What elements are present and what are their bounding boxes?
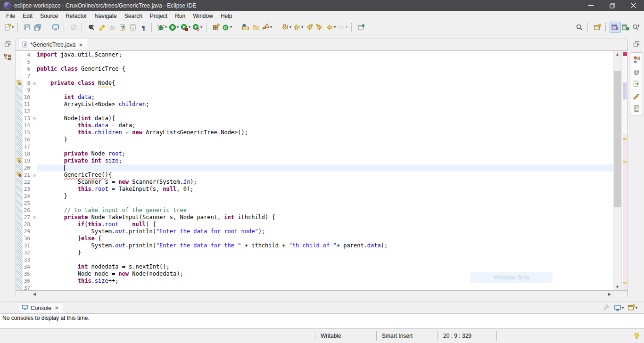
code-text[interactable]: int nodedata = s.nextInt(); <box>37 263 613 270</box>
last-edit-location-button[interactable] <box>304 22 314 33</box>
open-resource-button[interactable] <box>251 22 261 33</box>
vertical-scrollbar[interactable]: ▲ ▼ <box>613 51 621 290</box>
menu-window[interactable]: Window <box>189 12 217 20</box>
dropdown-arrow-icon[interactable]: ▾ <box>270 25 272 29</box>
code-text[interactable] <box>37 256 613 263</box>
menu-search[interactable]: Search <box>121 12 146 20</box>
open-perspective-button[interactable] <box>592 22 603 33</box>
java-browsing-perspective-button[interactable]: J <box>631 22 641 33</box>
warning-overview-mark[interactable] <box>623 138 627 140</box>
code-text[interactable]: } <box>37 136 613 143</box>
menu-source[interactable]: Source <box>36 12 62 20</box>
dropdown-arrow-icon[interactable]: ▾ <box>189 25 190 29</box>
close-button[interactable] <box>623 0 644 11</box>
mark-occurrences-button[interactable] <box>97 22 107 33</box>
dropdown-arrow-icon[interactable]: ▾ <box>636 306 637 310</box>
search-button[interactable] <box>574 22 585 33</box>
dropdown-arrow-icon[interactable]: ▾ <box>622 306 624 310</box>
warning-quickfix-icon[interactable] <box>16 80 23 87</box>
menu-project[interactable]: Project <box>146 12 171 20</box>
open-console-button[interactable] <box>50 22 61 33</box>
coverage-view-button[interactable] <box>631 91 642 101</box>
code-text[interactable]: int data; <box>37 94 613 101</box>
previous-annotation-button[interactable]: ▾ <box>292 22 304 33</box>
code-text[interactable]: this.children = new ArrayList<GenericTre… <box>37 129 613 136</box>
close-console-icon[interactable]: ✕ <box>54 305 59 311</box>
dropdown-arrow-icon[interactable]: ▾ <box>177 25 179 29</box>
java-perspective-button[interactable]: J <box>610 22 620 33</box>
code-text[interactable]: public class GenericTree { <box>37 65 613 73</box>
code-text[interactable] <box>37 200 613 207</box>
save-button[interactable] <box>22 22 33 33</box>
coverage-button[interactable]: ▾ <box>180 22 191 33</box>
search-dialog-button[interactable]: ▾ <box>261 22 273 33</box>
code-text[interactable] <box>37 143 613 150</box>
external-tools-button[interactable] <box>107 22 117 33</box>
task-list-button[interactable] <box>631 55 642 64</box>
new-java-project-button[interactable] <box>211 22 221 33</box>
new-class-button[interactable]: C▾ <box>221 22 233 33</box>
profile-button[interactable]: ▾ <box>191 22 203 33</box>
tab-console[interactable]: Console ✕ <box>18 302 63 313</box>
horizontal-scrollbar[interactable]: ◀ ▶ <box>16 291 628 297</box>
save-all-button[interactable] <box>33 22 43 33</box>
error-overview-mark[interactable] <box>623 52 627 56</box>
code-text[interactable] <box>37 285 613 291</box>
restore-right-panel-button[interactable] <box>631 39 642 49</box>
collapse-icon[interactable] <box>32 214 37 221</box>
error-quickfix-icon[interactable] <box>16 172 23 179</box>
menu-help[interactable]: Help <box>217 12 236 20</box>
notification-bulb-icon[interactable] <box>633 332 640 340</box>
code-text[interactable] <box>37 108 613 115</box>
dropdown-arrow-icon[interactable]: ▾ <box>289 25 291 29</box>
package-explorer-button[interactable] <box>2 52 13 62</box>
outline-button[interactable] <box>631 104 642 113</box>
code-text[interactable]: private class Node{ <box>37 80 613 87</box>
minimize-button[interactable] <box>580 0 602 11</box>
open-search-button[interactable] <box>86 22 97 33</box>
collapse-icon[interactable] <box>32 172 37 179</box>
show-whitespace-button[interactable]: ¶ <box>138 22 149 33</box>
warning-overview-mark[interactable] <box>623 282 627 284</box>
code-text[interactable]: private int size; <box>37 157 613 164</box>
restore-left-panel-button[interactable] <box>2 39 13 49</box>
code-text[interactable]: this.data = data; <box>37 122 613 129</box>
code-text[interactable]: if(this.root == null) { <box>37 221 613 228</box>
collapse-icon[interactable] <box>32 115 37 122</box>
vertical-scrollbar-thumb[interactable] <box>614 71 621 207</box>
dropdown-arrow-icon[interactable]: ▾ <box>346 25 347 29</box>
next-annotation-button[interactable]: ▾ <box>281 22 292 33</box>
skip-breakpoints-button[interactable] <box>68 22 79 33</box>
code-text[interactable] <box>37 73 613 80</box>
code-text[interactable]: GenericTree(){ <box>37 172 613 179</box>
code-text[interactable]: } <box>37 249 613 256</box>
debug-perspective-button[interactable] <box>620 22 631 33</box>
dropdown-arrow-icon[interactable]: ▾ <box>230 25 232 29</box>
menu-refactor[interactable]: Refactor <box>62 12 91 20</box>
code-text[interactable]: System.out.println("Enter the data for t… <box>37 242 613 249</box>
debug-button[interactable]: ▾ <box>156 22 168 33</box>
code-text[interactable]: } <box>37 193 613 200</box>
run-button[interactable]: ▾ <box>168 22 180 33</box>
code-text[interactable]: Scanner s = new Scanner(System.in); <box>37 179 613 186</box>
scroll-left-icon[interactable]: ◀ <box>31 292 38 296</box>
back-button[interactable]: ▾ <box>325 22 337 33</box>
dropdown-arrow-icon[interactable]: ▾ <box>165 25 167 29</box>
menu-navigate[interactable]: Navigate <box>91 12 120 20</box>
code-text[interactable] <box>37 87 613 94</box>
menu-run[interactable]: Run <box>171 12 189 20</box>
new-wizard-button[interactable]: ▾ <box>3 22 15 33</box>
scroll-right-icon[interactable]: ▶ <box>606 292 613 296</box>
restore-button[interactable] <box>602 0 623 11</box>
declaration-button[interactable] <box>631 79 642 89</box>
code-text[interactable]: System.out.println("Enter the data for r… <box>37 228 613 235</box>
collapse-icon[interactable] <box>32 80 37 87</box>
javadoc-button[interactable]: @ <box>631 67 642 76</box>
scroll-down-icon[interactable]: ▼ <box>613 284 621 290</box>
open-element-button[interactable] <box>117 22 128 33</box>
dropdown-arrow-icon[interactable]: ▾ <box>334 25 336 29</box>
open-type-hierarchy-button[interactable] <box>128 22 138 33</box>
code-text[interactable]: }else { <box>37 235 613 242</box>
code-text[interactable]: // to take input of the generic tree <box>37 207 613 214</box>
code-text[interactable]: import java.util.Scanner; <box>37 51 613 58</box>
